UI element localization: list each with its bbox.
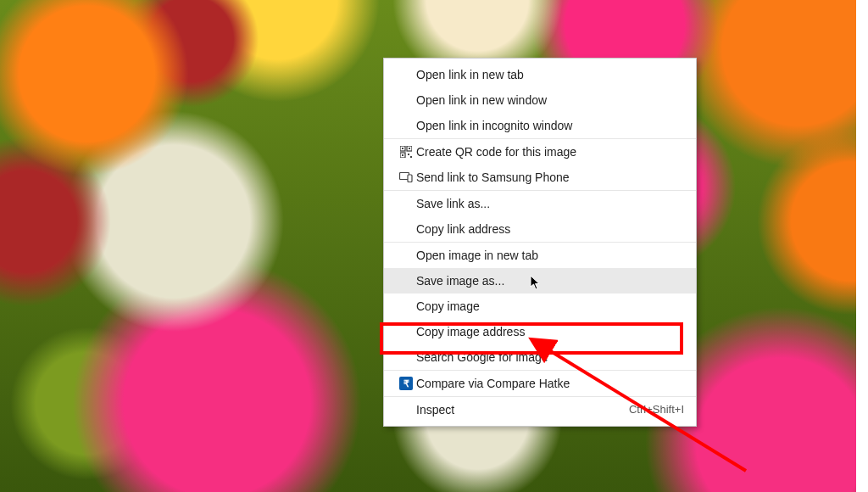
menu-item-label: Open image in new tab	[416, 247, 684, 264]
menu-item-label: Save link as...	[416, 195, 684, 212]
context-menu-section: InspectCtrl+Shift+I	[384, 396, 696, 422]
compare-hatke-icon: ₹	[396, 377, 416, 390]
menu-item-label: Inspect	[416, 401, 629, 418]
menu-item-label: Create QR code for this image	[416, 143, 684, 160]
menu-item-send-samsung[interactable]: Send link to Samsung Phone	[384, 165, 696, 190]
devices-icon	[396, 172, 416, 182]
menu-item-label: Send link to Samsung Phone	[416, 169, 684, 186]
context-menu-section: Save link as...Copy link address	[384, 190, 696, 242]
svg-rect-5	[402, 154, 403, 156]
menu-item-label: Copy link address	[416, 221, 684, 238]
menu-item-compare-hatke[interactable]: ₹Compare via Compare Hatke	[384, 371, 696, 396]
menu-item-save-image-as[interactable]: Save image as...	[384, 268, 696, 294]
menu-item-shortcut: Ctrl+Shift+I	[629, 401, 684, 418]
svg-rect-3	[409, 148, 410, 149]
menu-item-open-image-new-tab[interactable]: Open image in new tab	[384, 243, 696, 268]
menu-item-copy-link-address[interactable]: Copy link address	[384, 216, 696, 242]
menu-item-label: Compare via Compare Hatke	[416, 375, 684, 392]
qr-icon	[396, 146, 416, 158]
menu-item-label: Search Google for image	[416, 349, 684, 366]
svg-rect-9	[408, 175, 412, 182]
svg-rect-7	[410, 156, 412, 158]
menu-item-label: Open link in new window	[416, 92, 684, 109]
context-menu: Open link in new tabOpen link in new win…	[383, 58, 697, 427]
menu-item-open-new-tab[interactable]: Open link in new tab	[384, 62, 696, 87]
menu-item-create-qr[interactable]: Create QR code for this image	[384, 139, 696, 165]
menu-item-copy-image[interactable]: Copy image	[384, 294, 696, 319]
svg-rect-6	[408, 154, 409, 155]
menu-item-search-google-image[interactable]: Search Google for image	[384, 344, 696, 370]
menu-item-save-link-as[interactable]: Save link as...	[384, 191, 696, 216]
menu-item-open-incognito[interactable]: Open link in incognito window	[384, 113, 696, 138]
menu-item-label: Open link in new tab	[416, 66, 684, 83]
context-menu-section: Open link in new tabOpen link in new win…	[384, 62, 696, 138]
menu-item-label: Open link in incognito window	[416, 117, 684, 134]
menu-item-copy-image-address[interactable]: Copy image address	[384, 319, 696, 344]
context-menu-section: Open image in new tabSave image as...Cop…	[384, 242, 696, 370]
svg-rect-1	[402, 148, 403, 149]
menu-item-inspect[interactable]: InspectCtrl+Shift+I	[384, 397, 696, 422]
viewport: Open link in new tabOpen link in new win…	[0, 0, 868, 492]
menu-item-open-new-window[interactable]: Open link in new window	[384, 87, 696, 113]
context-menu-section: Create QR code for this imageSend link t…	[384, 138, 696, 190]
menu-item-label: Copy image	[416, 298, 684, 315]
context-menu-section: ₹Compare via Compare Hatke	[384, 370, 696, 396]
cursor-icon	[530, 275, 542, 290]
menu-item-label: Copy image address	[416, 323, 684, 340]
menu-item-label: Save image as...	[416, 272, 684, 289]
